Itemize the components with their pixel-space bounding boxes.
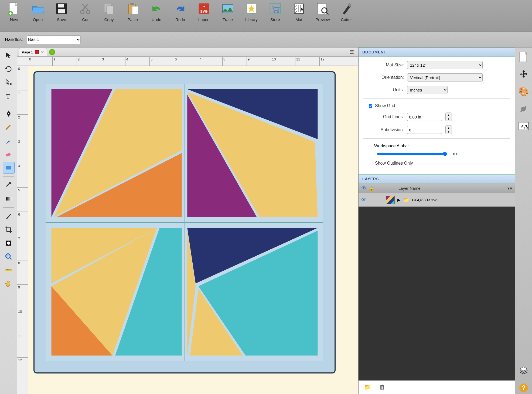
horizontal-ruler: 01 23 45 67 89 1011 12 bbox=[28, 57, 358, 66]
layer-actions: 📁 🗑 bbox=[359, 381, 515, 394]
orientation-select[interactable]: Vertical (Portrait) bbox=[407, 73, 483, 81]
show-grid-checkbox[interactable] bbox=[369, 104, 372, 108]
svg-text:A: A bbox=[521, 124, 524, 129]
layer-expand-icon[interactable]: ▶ bbox=[397, 198, 401, 202]
document-tab-icon[interactable] bbox=[517, 51, 530, 63]
save-button[interactable]: Save bbox=[50, 2, 73, 30]
help-tab-icon[interactable]: ? bbox=[517, 382, 530, 394]
trace-button[interactable]: Trace bbox=[216, 2, 239, 30]
handles-select[interactable]: Basic bbox=[27, 35, 81, 44]
svg-point-19 bbox=[277, 11, 279, 13]
cut-scissors-icon bbox=[78, 2, 92, 16]
subdivision-stepper[interactable]: ▲▼ bbox=[445, 125, 452, 134]
cutter-blade-icon bbox=[339, 2, 353, 16]
node-tool[interactable] bbox=[3, 77, 15, 89]
grid-lines-label: Grid Lines: bbox=[363, 114, 404, 119]
redo-icon bbox=[173, 2, 187, 16]
open-folder-icon bbox=[31, 2, 45, 16]
eyedropper-tool[interactable] bbox=[3, 179, 15, 191]
units-label: Units: bbox=[363, 87, 404, 92]
cutting-mat[interactable] bbox=[33, 71, 336, 373]
pencil-tool[interactable] bbox=[3, 121, 15, 133]
paste-button[interactable]: Paste bbox=[121, 2, 144, 30]
layer-visibility-icon[interactable]: 👁 bbox=[361, 197, 367, 203]
lock-header-icon: 🔒 bbox=[368, 185, 374, 191]
svg-text:✶: ✶ bbox=[203, 5, 205, 8]
close-tab-icon[interactable]: ✕ bbox=[41, 50, 44, 54]
pointer-tool[interactable] bbox=[3, 50, 15, 62]
open-button[interactable]: Open bbox=[26, 2, 49, 30]
layers-tab-icon[interactable] bbox=[517, 364, 530, 377]
shape-tool[interactable] bbox=[3, 162, 15, 174]
hand-tool[interactable] bbox=[3, 278, 15, 290]
left-tool-palette: T bbox=[0, 47, 17, 394]
svg-rect-28 bbox=[6, 166, 11, 169]
eye-header-icon: 👁 bbox=[361, 185, 367, 191]
svg-point-26 bbox=[8, 113, 9, 114]
redo-button[interactable]: Redo bbox=[169, 2, 192, 30]
text-tool[interactable]: T bbox=[3, 90, 15, 102]
cut-button[interactable]: Cut bbox=[74, 2, 97, 30]
show-outlines-checkbox[interactable] bbox=[369, 162, 372, 165]
grid-lines-input[interactable] bbox=[407, 113, 442, 121]
cutter-button[interactable]: Cutter bbox=[335, 2, 358, 30]
mat-size-select[interactable]: 12" x 12" bbox=[407, 61, 483, 69]
copy-icon bbox=[102, 2, 116, 16]
mat-size-label: Mat Size: bbox=[363, 63, 404, 67]
layer-name: CGQ3303.svg bbox=[412, 198, 438, 202]
new-button[interactable]: New bbox=[3, 2, 25, 30]
text-tab-icon[interactable]: AA bbox=[517, 120, 530, 132]
design-artwork[interactable] bbox=[46, 84, 323, 361]
layers-menu-icon[interactable]: ▾≡ bbox=[507, 186, 512, 191]
svg-point-5 bbox=[81, 11, 84, 14]
pen-tool[interactable] bbox=[3, 108, 15, 120]
subdivision-input[interactable] bbox=[407, 126, 442, 134]
page-tabstrip: Page 1 ✕ + ☰ bbox=[17, 47, 358, 57]
right-panel: DOCUMENT Mat Size: 12" x 12" Orientation… bbox=[358, 47, 515, 394]
grid-lines-stepper[interactable]: ▲▼ bbox=[445, 113, 452, 121]
add-page-button[interactable]: + bbox=[49, 49, 55, 55]
move-tab-icon[interactable] bbox=[517, 68, 530, 80]
svg-rect-11 bbox=[132, 6, 138, 14]
library-button[interactable]: Library bbox=[240, 2, 263, 30]
tab-menu-icon[interactable]: ☰ bbox=[350, 49, 357, 55]
import-button[interactable]: ✶SVG Import bbox=[193, 2, 215, 30]
crop-tool[interactable] bbox=[3, 224, 15, 236]
workspace: Page 1 ✕ + ☰ 01 23 45 67 89 1011 12 01 2… bbox=[17, 47, 358, 394]
canvas-area[interactable]: 01 23 45 67 89 1011 12 01 23 45 67 89 10… bbox=[17, 57, 358, 394]
layer-row[interactable]: 👁 · ▶ 📁 CGQ3303.svg bbox=[359, 193, 515, 207]
zoom-tool[interactable] bbox=[3, 251, 15, 263]
eraser-tool[interactable] bbox=[3, 148, 15, 160]
page-1-tab[interactable]: Page 1 ✕ bbox=[19, 48, 47, 56]
svg-text:SVG: SVG bbox=[200, 9, 207, 13]
ruler-tool[interactable] bbox=[3, 264, 15, 276]
page-color-swatch bbox=[35, 50, 39, 54]
gradient-tool[interactable] bbox=[3, 193, 15, 205]
store-button[interactable]: Store bbox=[264, 2, 287, 30]
settings-tab-icon[interactable] bbox=[517, 103, 530, 115]
alpha-label: Workspace Alpha: bbox=[363, 144, 510, 148]
rotate-tool[interactable] bbox=[3, 63, 15, 75]
distort-tool[interactable] bbox=[3, 237, 15, 249]
copy-button[interactable]: Copy bbox=[98, 2, 120, 30]
delete-layer-icon[interactable]: 🗑 bbox=[379, 384, 385, 391]
preview-button[interactable]: Preview bbox=[311, 2, 334, 30]
library-star-icon bbox=[244, 2, 258, 16]
subdivision-label: Subdivision: bbox=[363, 127, 404, 132]
units-select[interactable]: Inches bbox=[407, 86, 448, 94]
workspace-alpha-slider[interactable] bbox=[377, 152, 447, 156]
layers-header: 👁 🔒 Layer Name ▾≡ bbox=[359, 184, 515, 193]
undo-button[interactable]: Undo bbox=[145, 2, 168, 30]
handles-label: Handles: bbox=[5, 37, 23, 42]
layer-thumbnail bbox=[386, 196, 395, 204]
svg-point-6 bbox=[86, 11, 90, 14]
brush-tool[interactable] bbox=[3, 135, 15, 147]
svg-text:T: T bbox=[6, 93, 10, 100]
mat-button[interactable]: Mat bbox=[288, 2, 310, 30]
undo-icon bbox=[149, 2, 163, 16]
knife-tool[interactable] bbox=[3, 210, 15, 222]
svg-rect-8 bbox=[107, 6, 113, 14]
palette-tab-icon[interactable]: 🎨 bbox=[517, 85, 530, 98]
document-panel: Mat Size: 12" x 12" Orientation: Vertica… bbox=[359, 57, 515, 174]
add-layer-icon[interactable]: 📁 bbox=[364, 384, 371, 391]
